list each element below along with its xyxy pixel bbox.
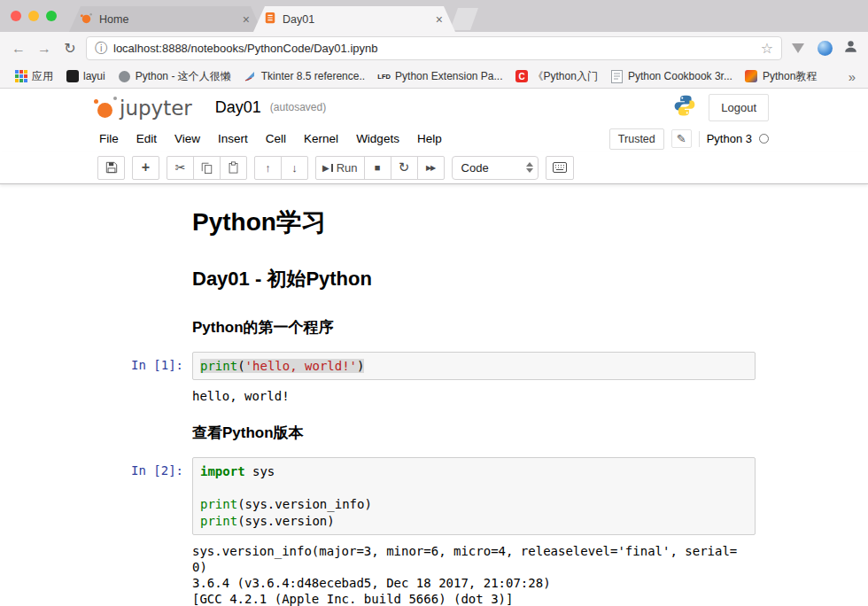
jupyter-logo-text: jupyter <box>120 98 192 119</box>
profile-icon[interactable] <box>842 38 859 58</box>
bookmark-label: 应用 <box>32 69 53 84</box>
insert-cell-button[interactable]: + <box>132 156 159 180</box>
fast-forward-icon: ▶▶ <box>426 164 435 172</box>
tk-feather-icon <box>244 70 257 83</box>
restart-kernel-button[interactable]: ↻ <box>391 156 418 180</box>
stop-icon: ■ <box>375 162 381 173</box>
notebook-favicon <box>264 12 276 27</box>
trusted-button[interactable]: Trusted <box>609 128 664 150</box>
scissors-icon: ✂ <box>175 160 186 175</box>
address-bar[interactable]: ⓘ localhost:8888/notebooks/PythonCode/Da… <box>86 36 782 60</box>
menu-bar: File Edit View Insert Cell Kernel Widget… <box>0 126 868 152</box>
prompt-spacer <box>105 310 192 345</box>
menu-kernel[interactable]: Kernel <box>295 128 347 149</box>
logout-button[interactable]: Logout <box>709 94 769 121</box>
interrupt-kernel-button[interactable]: ■ <box>364 156 391 180</box>
tab-strip: Home × Day01 × <box>0 0 868 32</box>
cell-type-select[interactable]: Code <box>452 156 539 180</box>
close-window-button[interactable] <box>11 11 21 21</box>
bookmark-python-tutorial[interactable]: Python教程 <box>740 67 822 86</box>
bookmark-label: layui <box>83 70 105 82</box>
save-button[interactable] <box>97 156 125 180</box>
tab-close-icon[interactable]: × <box>241 13 252 26</box>
bookmark-cookbook[interactable]: Python Cookbook 3r... <box>605 68 738 85</box>
menu-widgets[interactable]: Widgets <box>347 128 408 149</box>
site-info-icon[interactable]: ⓘ <box>95 41 107 57</box>
bookmarks-bar: 应用 layui Python - 这个人很懒 Tkinter 8.5 refe… <box>0 65 868 89</box>
input-prompt: In [2]: <box>105 457 192 535</box>
zoom-window-button[interactable] <box>46 11 57 21</box>
bookmark-star-icon[interactable]: ☆ <box>761 40 773 57</box>
jupyter-logo[interactable]: jupyter <box>94 96 192 119</box>
output-cell-1: hello, world! <box>105 384 763 412</box>
extension-globe-icon[interactable] <box>818 41 833 56</box>
menu-help[interactable]: Help <box>408 128 451 149</box>
apps-grid-icon <box>14 70 27 83</box>
bookmark-python-lazy[interactable]: Python - 这个人很懒 <box>112 67 236 86</box>
copy-cell-button[interactable] <box>193 156 221 180</box>
heading-first-program: Python的第一个程序 <box>192 317 756 338</box>
bookmark-python-intro[interactable]: C 《Python入门 <box>510 67 603 86</box>
bookmark-apps[interactable]: 应用 <box>9 67 58 86</box>
markdown-cell-day01[interactable]: Day01 - 初始Python <box>105 255 763 307</box>
clipboard-icon <box>228 161 239 174</box>
site-icon <box>118 70 131 83</box>
run-cell-button[interactable]: ▶ Run <box>315 156 365 180</box>
tab-label: Day01 <box>283 13 428 26</box>
navigation-bar: ← → ↻ ⓘ localhost:8888/notebooks/PythonC… <box>0 32 868 65</box>
markdown-cell-first-program[interactable]: Python的第一个程序 <box>105 307 763 348</box>
reload-icon[interactable]: ↻ <box>60 40 80 57</box>
command-palette-button[interactable] <box>546 156 574 180</box>
tab-home[interactable]: Home × <box>69 6 262 32</box>
menu-edit[interactable]: Edit <box>128 128 166 149</box>
new-tab-button[interactable] <box>450 8 478 30</box>
output-text: hello, world! <box>192 386 738 405</box>
csdn-icon: C <box>515 70 529 83</box>
restart-icon: ↻ <box>399 159 410 175</box>
restart-run-all-button[interactable]: ▶▶ <box>417 156 445 180</box>
url-text[interactable]: localhost:8888/notebooks/PythonCode/Day0… <box>113 42 755 55</box>
menu-cell[interactable]: Cell <box>257 128 295 149</box>
tutorial-icon <box>745 70 758 83</box>
bookmark-label: Python - 这个人很懒 <box>136 69 231 84</box>
output-cell-2: sys.version_info(major=3, minor=6, micro… <box>105 539 763 606</box>
menu-view[interactable]: View <box>166 128 209 149</box>
markdown-cell-version[interactable]: 查看Python版本 <box>105 412 763 454</box>
tab-label: Home <box>99 13 235 26</box>
bookmark-layui[interactable]: layui <box>60 68 111 85</box>
menu-insert[interactable]: Insert <box>209 128 257 149</box>
book-icon <box>610 70 624 83</box>
code-input[interactable]: print('hello, world!') <box>192 352 756 380</box>
code-input[interactable]: import sys print(sys.version_info) print… <box>192 457 756 535</box>
extension-triangle-icon[interactable] <box>792 43 804 53</box>
select-arrows-icon <box>526 162 533 173</box>
bookmarks-overflow-chevron[interactable]: » <box>845 69 859 84</box>
copy-icon <box>201 162 213 174</box>
markdown-cell-title[interactable]: Python学习 <box>105 195 763 255</box>
arrow-down-icon: ↓ <box>291 161 298 175</box>
menu-file[interactable]: File <box>90 128 128 149</box>
divider <box>699 131 700 147</box>
notebook-title[interactable]: Day01 <box>215 98 261 117</box>
output-text: sys.version_info(major=3, minor=6, micro… <box>192 541 738 606</box>
heading-python-study: Python学习 <box>192 206 756 239</box>
kernel-status-icon <box>759 134 769 144</box>
prompt-spacer <box>105 416 192 450</box>
bookmark-python-extension[interactable]: LFD Python Extension Pa... <box>372 68 508 85</box>
tab-close-icon[interactable]: × <box>434 13 445 26</box>
paste-cell-button[interactable] <box>220 156 247 180</box>
input-prompt: In [1]: <box>105 352 192 380</box>
minimize-window-button[interactable] <box>28 11 39 21</box>
move-cell-up-button[interactable]: ↑ <box>254 156 282 180</box>
edit-mode-pencil-icon: ✎ <box>671 129 692 148</box>
back-icon[interactable]: ← <box>9 41 28 57</box>
tab-day01[interactable]: Day01 × <box>253 6 455 32</box>
cut-cell-button[interactable]: ✂ <box>167 156 194 180</box>
bookmark-label: Tkinter 8.5 reference.. <box>261 70 365 82</box>
move-cell-down-button[interactable]: ↓ <box>281 156 308 180</box>
forward-icon[interactable]: → <box>35 41 54 57</box>
bookmark-tkinter[interactable]: Tkinter 8.5 reference.. <box>238 68 370 85</box>
lfd-icon: LFD <box>377 70 391 83</box>
run-label: Run <box>337 161 358 175</box>
jupyter-header: jupyter Day01 (autosaved) Logout <box>0 89 868 126</box>
